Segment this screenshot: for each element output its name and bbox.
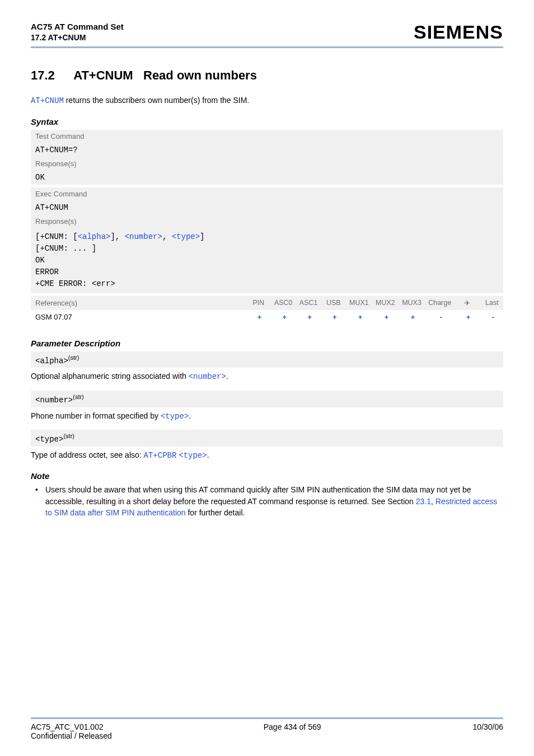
resp-line-1: [+CNUM: [<alpha>], <number>, <type>] bbox=[35, 231, 499, 243]
val-charge: - bbox=[424, 310, 453, 324]
page-footer: AC75_ATC_V01.002 Confidential / Released… bbox=[31, 717, 503, 740]
resp-c2: , bbox=[162, 232, 172, 241]
refs-label: Reference(s) bbox=[31, 296, 245, 310]
val-usb: + bbox=[320, 310, 345, 324]
intro-paragraph: AT+CNUM returns the subscribers own numb… bbox=[31, 95, 503, 107]
resp-c1: ], bbox=[110, 232, 124, 241]
footer-left: AC75_ATC_V01.002 Confidential / Released bbox=[31, 722, 112, 740]
param-alpha-name: <alpha> bbox=[35, 356, 68, 365]
param-type-desc: Type of address octet, see also: AT+CPBR… bbox=[31, 447, 503, 469]
param-number-desc: Phone number in format specified by <typ… bbox=[31, 407, 503, 430]
number-desc-pre: Phone number in format specified by bbox=[31, 411, 161, 420]
val-asc1: + bbox=[295, 310, 320, 324]
note-link1[interactable]: 23.1 bbox=[416, 497, 431, 506]
param-type-head: <type>(str) bbox=[31, 430, 503, 447]
type-desc-link2[interactable]: <type> bbox=[179, 451, 207, 460]
resp-type-link[interactable]: <type> bbox=[172, 232, 200, 241]
param-type-name: <type> bbox=[35, 435, 63, 444]
param-number-name: <number> bbox=[35, 396, 73, 405]
val-mux2: + bbox=[371, 310, 397, 324]
response-label-2: Response(s) bbox=[31, 215, 503, 228]
param-number-sup: (str) bbox=[73, 393, 84, 400]
val-asc0: + bbox=[270, 310, 295, 324]
alpha-desc-link[interactable]: <number> bbox=[189, 372, 226, 381]
response-label-1: Response(s) bbox=[31, 157, 503, 170]
resp-number-link[interactable]: <number> bbox=[125, 232, 162, 241]
resp-line-5: +CME ERROR: <err> bbox=[35, 278, 499, 290]
doc-subtitle: 17.2 AT+CNUM bbox=[31, 32, 124, 43]
exec-response-block: [+CNUM: [<alpha>], <number>, <type>] [+C… bbox=[31, 228, 503, 293]
test-command-code: AT+CNUM=? bbox=[31, 143, 503, 157]
number-desc-post: . bbox=[189, 411, 191, 420]
section-number: 17.2 bbox=[31, 68, 55, 83]
header-left: AC75 AT Command Set 17.2 AT+CNUM bbox=[31, 21, 124, 43]
test-command-label: Test Command bbox=[31, 130, 503, 143]
col-usb: USB bbox=[320, 296, 345, 310]
col-charge: Charge bbox=[424, 296, 453, 310]
reftable-header-row: Reference(s) PIN ASC0 ASC1 USB MUX1 MUX2… bbox=[31, 296, 503, 310]
footer-center: Page 434 of 569 bbox=[264, 722, 321, 740]
note-post: for further detail. bbox=[186, 508, 245, 517]
param-alpha-sup: (str) bbox=[68, 354, 79, 361]
syntax-heading: Syntax bbox=[31, 117, 503, 126]
note-item: Users should be aware that when using th… bbox=[33, 484, 503, 518]
note-list: Users should be aware that when using th… bbox=[33, 484, 503, 518]
col-airplane-icon: ✈ bbox=[453, 296, 478, 310]
col-asc1: ASC1 bbox=[295, 296, 320, 310]
intro-cmd-link[interactable]: AT+CNUM bbox=[31, 96, 64, 105]
type-desc-post: . bbox=[207, 450, 209, 459]
resp-alpha-link[interactable]: <alpha> bbox=[78, 232, 111, 241]
col-pin: PIN bbox=[245, 296, 269, 310]
number-desc-link[interactable]: <type> bbox=[161, 412, 189, 421]
col-last: Last bbox=[479, 296, 503, 310]
resp-line-2: [+CNUM: ... ] bbox=[35, 243, 499, 255]
reference-table: Reference(s) PIN ASC0 ASC1 USB MUX1 MUX2… bbox=[31, 296, 503, 324]
exec-command-code: AT+CNUM bbox=[31, 200, 503, 215]
val-mux3: + bbox=[397, 310, 424, 324]
type-desc-pre: Type of address octet, see also: bbox=[31, 450, 144, 459]
page-header: AC75 AT Command Set 17.2 AT+CNUM SIEMENS bbox=[31, 21, 503, 48]
val-last: - bbox=[479, 310, 503, 324]
response-ok-1: OK bbox=[31, 170, 503, 185]
col-mux1: MUX1 bbox=[345, 296, 371, 310]
note-mid: , bbox=[431, 497, 435, 506]
reftable-body-row: GSM 07.07 + + + + + + + - + - bbox=[31, 310, 503, 324]
param-heading: Parameter Description bbox=[31, 339, 503, 348]
val-mux1: + bbox=[345, 310, 371, 324]
alpha-desc-pre: Optional alphanumeric string associated … bbox=[31, 372, 189, 381]
resp-line-3: OK bbox=[35, 255, 499, 266]
col-asc0: ASC0 bbox=[270, 296, 295, 310]
siemens-logo: SIEMENS bbox=[414, 21, 503, 43]
param-type-sup: (str) bbox=[63, 433, 74, 439]
section-heading: 17.2 AT+CNUM Read own numbers bbox=[31, 68, 503, 83]
resp-line-4: ERROR bbox=[35, 266, 499, 278]
col-mux2: MUX2 bbox=[371, 296, 397, 310]
note-pre: Users should be aware that when using th… bbox=[45, 485, 471, 505]
footer-confidential: Confidential / Released bbox=[31, 731, 112, 740]
val-plane: + bbox=[453, 310, 478, 324]
exec-command-label: Exec Command bbox=[31, 187, 503, 200]
footer-version: AC75_ATC_V01.002 bbox=[31, 722, 112, 731]
note-heading: Note bbox=[31, 471, 503, 481]
resp-close: ] bbox=[200, 232, 204, 241]
alpha-desc-post: . bbox=[226, 372, 228, 381]
param-alpha-head: <alpha>(str) bbox=[31, 351, 503, 368]
intro-text: returns the subscribers own number(s) fr… bbox=[64, 96, 249, 105]
section-name: Read own numbers bbox=[143, 68, 257, 82]
col-mux3: MUX3 bbox=[397, 296, 424, 310]
param-alpha-desc: Optional alphanumeric string associated … bbox=[31, 368, 503, 391]
section-cmd: AT+CNUM bbox=[73, 68, 133, 82]
ref-gsm: GSM 07.07 bbox=[31, 310, 245, 324]
footer-right: 10/30/06 bbox=[473, 722, 504, 740]
doc-title: AC75 AT Command Set bbox=[31, 21, 124, 32]
val-pin: + bbox=[245, 310, 269, 324]
param-number-head: <number>(str) bbox=[31, 391, 503, 407]
resp-cnum: +CNUM: bbox=[40, 232, 73, 241]
type-desc-link1[interactable]: AT+CPBR bbox=[144, 451, 177, 460]
